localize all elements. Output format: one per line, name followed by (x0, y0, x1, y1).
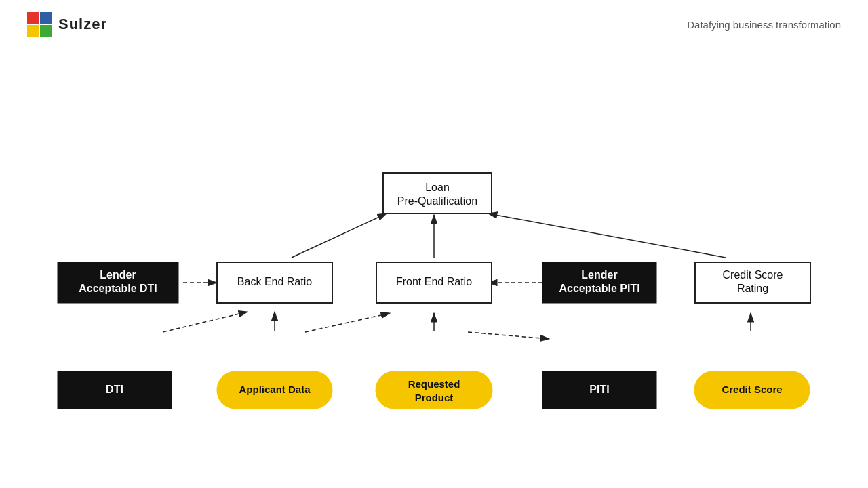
requested-product-text1: Requested (408, 378, 460, 390)
arrow-applicant-frontend (305, 313, 390, 332)
logo-icon (27, 12, 52, 37)
arrow-dti-backend (163, 312, 248, 332)
piti-text: PITI (589, 384, 609, 395)
loan-text-line2: Pre-Qualification (397, 195, 477, 207)
tagline: Datafying business transformation (687, 19, 841, 30)
logo-yellow (27, 25, 39, 37)
applicant-data-text: Applicant Data (239, 384, 311, 395)
csrating-text2: Rating (737, 283, 768, 294)
backend-text: Back End Ratio (237, 276, 312, 287)
header: Sulzer Datafying business transformation (0, 0, 868, 37)
logo-blue (40, 12, 52, 24)
lender-piti-text2: Acceptable PITI (559, 283, 639, 294)
dti-text: DTI (106, 384, 123, 395)
logo-red (27, 12, 39, 24)
brand-name: Sulzer (58, 16, 107, 33)
diagram-svg: Loan Pre-Qualification Back End Ratio Fr… (0, 54, 868, 488)
loan-text-line1: Loan (425, 182, 450, 193)
logo-green (40, 25, 52, 37)
csrating-text1: Credit Score (723, 269, 783, 281)
lender-piti-text1: Lender (581, 269, 617, 281)
arrow-backend-loan (292, 214, 387, 258)
lender-dti-text1: Lender (100, 269, 136, 281)
arrow-product-piti (468, 332, 549, 339)
frontend-text: Front End Ratio (396, 276, 472, 287)
logo-area: Sulzer (27, 12, 107, 37)
requested-product-text2: Product (415, 392, 454, 403)
lender-dti-text2: Acceptable DTI (79, 283, 157, 294)
arrow-csrating-loan (488, 214, 726, 258)
credit-score-text: Credit Score (722, 384, 782, 395)
diagram-area: Loan Pre-Qualification Back End Ratio Fr… (0, 54, 868, 488)
